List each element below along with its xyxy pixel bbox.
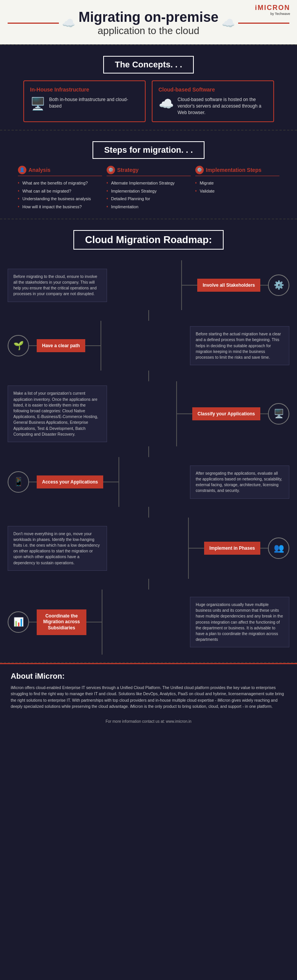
step-col-strategy: ⚙️ Strategy Alternate Implementation Str… <box>107 166 191 211</box>
impl-item-2: Validate <box>195 187 279 195</box>
step6-text: Huge organizations usually have multiple… <box>196 602 283 642</box>
step5-content-box: Don't move everything in one go, move yo… <box>8 526 107 571</box>
strategy-item-1: Alternate Implementation Strategy <box>107 179 191 187</box>
analysis-title: Analysis <box>29 167 51 173</box>
concept-card-inhouse: In-House Infrastructure 🖥️ Both in-house… <box>23 80 146 122</box>
steps-title: Steps for migration. . . <box>93 141 204 159</box>
cloud-icon-left: ☁️ <box>62 17 75 29</box>
step2-text: Before starting the actual migration hav… <box>196 332 281 359</box>
analysis-item-3: Understanding the business analysis <box>18 195 102 203</box>
analysis-item-1: What are the benefits of migrating? <box>18 179 102 187</box>
roadmap-step-4: 📱 Access your Applications After segrega… <box>8 457 289 507</box>
step6-content-box: Huge organizations usually have multiple… <box>190 597 289 648</box>
roadmap-step-1: Before migrating to the cloud, ensure to… <box>8 260 289 310</box>
footer-contact: For more information contact us at: www.… <box>0 715 297 727</box>
step6-label: Coordinate the Migration across Subsidia… <box>37 609 86 635</box>
inhouse-icon: 🖥️ <box>30 96 45 111</box>
header-title: Migrating on-premise <box>78 9 218 25</box>
impl-title: Implementation Steps <box>206 167 261 173</box>
step1-text: Before migrating to the cloud, ensure to… <box>13 274 97 296</box>
strategy-title: Strategy <box>117 167 139 173</box>
steps-section: Steps for migration. . . 👤 Analysis What… <box>0 131 297 219</box>
header: iMICRON by Techwave ☁️ Migrating on-prem… <box>0 0 297 44</box>
step3-icon: 🖥️ <box>268 403 289 425</box>
step5-label: Implement in Phases <box>204 542 260 555</box>
step2-label: Have a clear path <box>37 339 85 352</box>
strategy-item-2: Implementation Strategy <box>107 187 191 195</box>
strategy-icon: ⚙️ <box>107 166 115 174</box>
step4-label: Access your Applications <box>37 475 103 488</box>
step5-icon: 👥 <box>268 537 289 559</box>
cloud-icon: ☁️ <box>159 96 174 111</box>
step4-text: After segregating the applications, eval… <box>196 471 282 493</box>
concepts-section: The Concepts. . . In-House Infrastructur… <box>0 45 297 129</box>
step-col-analysis: 👤 Analysis What are the benefits of migr… <box>18 166 102 211</box>
step3-text: Make a list of your organization's curre… <box>13 391 98 436</box>
analysis-icon: 👤 <box>18 166 26 174</box>
analysis-item-2: What can all be migrated? <box>18 187 102 195</box>
step1-label: Involve all Stakeholders <box>197 279 260 292</box>
cloud-icon-right: ☁️ <box>222 17 235 29</box>
about-title: About iMicron: <box>11 672 286 681</box>
concept-inhouse-title: In-House Infrastructure <box>30 87 139 93</box>
step2-content-box: Before starting the actual migration hav… <box>190 326 289 365</box>
step4-content-box: After segregating the applications, eval… <box>190 466 289 499</box>
roadmap-step-6: 📊 Coordinate the Migration across Subsid… <box>8 590 289 655</box>
about-text: iMicron offers cloud-enabled Enterprise … <box>11 684 286 709</box>
impl-item-1: Migrate <box>195 179 279 187</box>
concepts-title: The Concepts. . . <box>103 56 193 74</box>
logo-brand: iMICRON <box>255 4 290 12</box>
about-section: About iMicron: iMicron offers cloud-enab… <box>0 663 297 715</box>
step-col-implementation: ⚙️ Implementation Steps Migrate Validate <box>195 166 279 211</box>
cloud-text: Cloud-based software is hosted on the ve… <box>178 96 267 116</box>
strategy-item-3: Detailed Planning for <box>107 195 191 203</box>
strategy-item-4: Implimentation <box>107 203 191 211</box>
roadmap-section: Cloud Migration Roadmap: Before migratin… <box>0 219 297 662</box>
header-subtitle: application to the cloud <box>78 25 218 37</box>
concept-cloud-title: Cloud-based Software <box>159 87 267 93</box>
impl-icon: ⚙️ <box>195 166 204 174</box>
step3-content-box: Make a list of your organization's curre… <box>8 385 107 442</box>
roadmap-title: Cloud Migration Roadmap: <box>73 230 223 250</box>
analysis-item-4: How will it impact the business? <box>18 203 102 211</box>
step1-content-box: Before migrating to the cloud, ensure to… <box>8 269 107 302</box>
concept-card-cloud: Cloud-based Software ☁️ Cloud-based soft… <box>152 80 274 122</box>
logo-area: iMICRON by Techwave <box>255 4 290 16</box>
inhouse-text: Both in-house infrastructure and cloud-b… <box>49 96 139 109</box>
step1-icon: ⚙️ <box>268 274 289 296</box>
roadmap-step-3: Make a list of your organization's curre… <box>8 381 289 446</box>
step6-icon: 📊 <box>8 611 29 633</box>
step5-text: Don't move everything in one go, move yo… <box>13 531 100 565</box>
step3-label: Classify your Applications <box>192 407 260 420</box>
logo-by: by Techwave <box>270 12 290 16</box>
step2-icon: 🌱 <box>8 335 29 356</box>
roadmap-step-5: Don't move everything in one go, move yo… <box>8 518 289 579</box>
roadmap-step-2: 🌱 Have a clear path Before starting the … <box>8 321 289 371</box>
step4-icon: 📱 <box>8 471 29 493</box>
